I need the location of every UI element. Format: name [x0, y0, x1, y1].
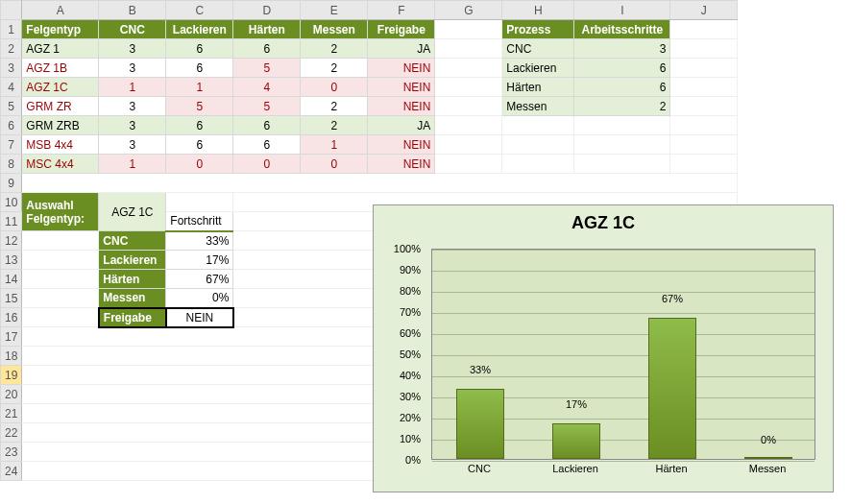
- table-cell[interactable]: 3: [99, 116, 166, 135]
- table-cell[interactable]: 3: [99, 97, 166, 116]
- col-header-A[interactable]: A: [22, 1, 99, 20]
- row-header-15[interactable]: 15: [1, 289, 22, 308]
- tbl2-steps[interactable]: 3: [574, 39, 670, 59]
- tbl1-hdr-haerten[interactable]: Härten: [233, 20, 301, 39]
- tbl2-steps[interactable]: 6: [574, 78, 670, 97]
- col-header-I[interactable]: I: [574, 1, 670, 20]
- row-header-9[interactable]: 9: [1, 174, 22, 193]
- table-cell[interactable]: 2: [301, 116, 368, 135]
- row-header-18[interactable]: 18: [1, 347, 22, 366]
- table-cell[interactable]: 0: [166, 155, 233, 174]
- row-header-23[interactable]: 23: [1, 443, 22, 462]
- col-header-B[interactable]: B: [99, 1, 166, 20]
- progress-value[interactable]: 33%: [166, 231, 233, 251]
- table-row-name[interactable]: AGZ 1C: [22, 78, 99, 97]
- row-header-1[interactable]: 1: [1, 20, 22, 39]
- table-cell[interactable]: 0: [301, 155, 368, 174]
- row-header-2[interactable]: 2: [1, 39, 22, 59]
- row-header-17[interactable]: 17: [1, 327, 22, 347]
- row-header-16[interactable]: 16: [1, 308, 22, 327]
- tbl2-steps[interactable]: 6: [574, 59, 670, 78]
- table-cell[interactable]: JA: [368, 39, 435, 59]
- progress-value[interactable]: 17%: [166, 251, 233, 270]
- row-header-4[interactable]: 4: [1, 78, 22, 97]
- table-cell[interactable]: 6: [233, 116, 301, 135]
- table-cell[interactable]: 6: [166, 39, 233, 59]
- progress-value[interactable]: 67%: [166, 270, 233, 289]
- table-cell[interactable]: 1: [301, 135, 368, 155]
- chart-container[interactable]: AGZ 1C 0%10%20%30%40%50%60%70%80%90%100%…: [373, 204, 834, 492]
- col-header-G[interactable]: G: [435, 1, 502, 20]
- table-cell[interactable]: 3: [99, 135, 166, 155]
- tbl2-process[interactable]: CNC: [502, 39, 574, 59]
- table-cell[interactable]: 1: [99, 78, 166, 97]
- row-header-21[interactable]: 21: [1, 404, 22, 423]
- table-cell[interactable]: 6: [233, 39, 301, 59]
- col-header-F[interactable]: F: [368, 1, 435, 20]
- table-cell[interactable]: 2: [301, 59, 368, 78]
- row-header-20[interactable]: 20: [1, 385, 22, 404]
- row-header-13[interactable]: 13: [1, 251, 22, 270]
- row-header-19[interactable]: 19: [1, 366, 22, 385]
- table-cell[interactable]: NEIN: [368, 59, 435, 78]
- table-cell[interactable]: 1: [99, 155, 166, 174]
- table-cell[interactable]: 1: [166, 78, 233, 97]
- col-header-J[interactable]: J: [670, 1, 738, 20]
- row-header-7[interactable]: 7: [1, 135, 22, 155]
- row-header-22[interactable]: 22: [1, 423, 22, 443]
- table-cell[interactable]: NEIN: [368, 78, 435, 97]
- table-cell[interactable]: 4: [233, 78, 301, 97]
- tbl1-hdr-felgentyp[interactable]: Felgentyp: [22, 20, 99, 39]
- table-row-name[interactable]: MSC 4x4: [22, 155, 99, 174]
- table-row-name[interactable]: MSB 4x4: [22, 135, 99, 155]
- tbl1-hdr-lackieren[interactable]: Lackieren: [166, 20, 233, 39]
- auswahl-value[interactable]: AGZ 1C: [99, 193, 166, 231]
- table-row-name[interactable]: AGZ 1: [22, 39, 99, 59]
- col-header-C[interactable]: C: [166, 1, 233, 20]
- table-cell[interactable]: 3: [99, 39, 166, 59]
- tbl2-steps[interactable]: 2: [574, 97, 670, 116]
- tbl2-process[interactable]: Messen: [502, 97, 574, 116]
- row-header-3[interactable]: 3: [1, 59, 22, 78]
- table-cell[interactable]: 2: [301, 39, 368, 59]
- row-header-6[interactable]: 6: [1, 116, 22, 135]
- freigabe-value[interactable]: NEIN: [166, 308, 233, 327]
- table-cell[interactable]: 5: [233, 97, 301, 116]
- tbl2-hdr-arbeitsschritte[interactable]: Arbeitsschritte: [574, 20, 670, 39]
- table-cell[interactable]: 0: [233, 155, 301, 174]
- row-header-14[interactable]: 14: [1, 270, 22, 289]
- table-cell[interactable]: 6: [166, 59, 233, 78]
- table-cell[interactable]: 6: [166, 116, 233, 135]
- col-header-D[interactable]: D: [233, 1, 301, 20]
- tbl2-hdr-prozess[interactable]: Prozess: [502, 20, 574, 39]
- row-header-24[interactable]: 24: [1, 462, 22, 481]
- table-cell[interactable]: NEIN: [368, 155, 435, 174]
- table-row-name[interactable]: AGZ 1B: [22, 59, 99, 78]
- tbl1-hdr-messen[interactable]: Messen: [301, 20, 368, 39]
- table-cell[interactable]: 5: [166, 97, 233, 116]
- col-header-H[interactable]: H: [502, 1, 574, 20]
- row-header-5[interactable]: 5: [1, 97, 22, 116]
- row-header-10[interactable]: 10: [1, 193, 22, 212]
- table-cell[interactable]: JA: [368, 116, 435, 135]
- row-header-11[interactable]: 11: [1, 212, 22, 231]
- table-cell[interactable]: 6: [233, 135, 301, 155]
- table-cell[interactable]: 6: [166, 135, 233, 155]
- tbl2-process[interactable]: Lackieren: [502, 59, 574, 78]
- tbl1-hdr-cnc[interactable]: CNC: [99, 20, 166, 39]
- table-row-name[interactable]: GRM ZRB: [22, 116, 99, 135]
- table-cell[interactable]: 5: [233, 59, 301, 78]
- tbl1-hdr-freigabe[interactable]: Freigabe: [368, 20, 435, 39]
- bar-value-label: 0%: [744, 434, 792, 445]
- row-header-8[interactable]: 8: [1, 155, 22, 174]
- progress-value[interactable]: 0%: [166, 289, 233, 308]
- row-header-12[interactable]: 12: [1, 231, 22, 251]
- table-cell[interactable]: 2: [301, 97, 368, 116]
- table-cell[interactable]: NEIN: [368, 135, 435, 155]
- table-cell[interactable]: 0: [301, 78, 368, 97]
- table-row-name[interactable]: GRM ZR: [22, 97, 99, 116]
- tbl2-process[interactable]: Härten: [502, 78, 574, 97]
- table-cell[interactable]: 3: [99, 59, 166, 78]
- table-cell[interactable]: NEIN: [368, 97, 435, 116]
- col-header-E[interactable]: E: [301, 1, 368, 20]
